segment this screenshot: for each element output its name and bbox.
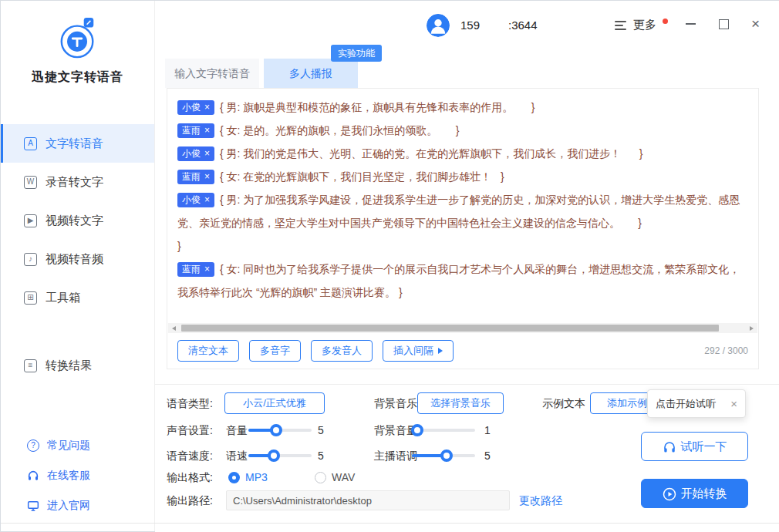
speaker-tag[interactable]: 小俊× <box>177 193 214 207</box>
results-icon: ≡ <box>24 359 37 372</box>
volume-slider[interactable] <box>248 424 312 436</box>
select-background-music-button[interactable]: 选择背景音乐 <box>417 392 504 414</box>
slider-thumb[interactable] <box>270 424 282 436</box>
sidebar-item-toolbox[interactable]: ⊞ 工具箱 <box>1 278 154 317</box>
remove-speaker-icon[interactable]: × <box>204 264 210 274</box>
remove-speaker-icon[interactable]: × <box>204 148 210 159</box>
sidebar-item-online-support[interactable]: 在线客服 <box>1 460 154 490</box>
output-path-input[interactable] <box>226 490 510 510</box>
speaker-tag[interactable]: 蓝雨× <box>177 123 214 138</box>
sidebar-item-video-to-text[interactable]: ▶ 视频转文字 <box>1 201 154 240</box>
polyphonic-button[interactable]: 多音字 <box>249 340 301 362</box>
main-panel: 159 :3644 更多 × 输入文字转语音 多人播报 实验功能 小俊×{ 男:… <box>155 1 779 532</box>
background-volume-slider[interactable] <box>412 424 475 436</box>
slider-thumb[interactable] <box>440 450 453 462</box>
minimize-button[interactable] <box>685 18 696 29</box>
volume-value: 5 <box>318 419 324 441</box>
experimental-feature-badge: 实验功能 <box>331 45 382 62</box>
sidebar-item-audio-to-text[interactable]: W 录音转文字 <box>1 163 154 201</box>
speaker-name: 小俊 <box>182 102 201 113</box>
speaker-tag[interactable]: 小俊× <box>177 100 214 115</box>
dialogue-entry: 小俊×{ 男: 为了加强我系学风建设，促进我系学生进一步了解党的历史，加深对党的… <box>177 188 748 234</box>
wav-radio[interactable] <box>315 472 326 483</box>
speaker-name: 蓝雨 <box>182 264 201 274</box>
speaker-name: 蓝雨 <box>182 125 201 136</box>
dialogue-entry: 小俊×{ 男: 旗帜是典型和模范的象征，旗帜具有先锋和表率的作用。 } <box>177 96 748 119</box>
preview-button[interactable]: 试听一下 <box>641 432 748 461</box>
dialogue-entry: } <box>177 234 748 258</box>
dialogue-entry: 蓝雨×{ 女: 是的。光辉的旗帜，是我们永恒的颂歌。 } <box>177 119 748 142</box>
footer-item-label: 在线客服 <box>47 469 90 483</box>
sidebar-item-text-to-speech[interactable]: A 文字转语音 <box>1 124 154 163</box>
headphones-icon <box>663 440 675 453</box>
convert-button-label: 开始转换 <box>681 487 727 501</box>
tab-multi-speaker-broadcast[interactable]: 多人播报 <box>264 59 358 88</box>
sidebar-item-video-to-audio[interactable]: ♪ 视频转音频 <box>1 240 154 278</box>
insert-pause-button[interactable]: 插入间隔 <box>383 340 454 362</box>
pitch-label: 主播语调 <box>374 445 417 466</box>
slider-thumb[interactable] <box>411 424 423 436</box>
sidebar-item-conversion-results[interactable]: ≡ 转换结果 <box>1 346 154 385</box>
sidebar-item-official-website[interactable]: 进入官网 <box>1 490 154 520</box>
user-avatar[interactable] <box>427 14 450 37</box>
remove-speaker-icon[interactable]: × <box>204 171 210 182</box>
dialogue-text[interactable]: { 女: 同时也为了给我系学子提供一个的展示自我口才艺术与个人风采的舞台，增进思… <box>177 263 740 298</box>
close-button[interactable]: × <box>750 18 761 29</box>
section-divider <box>155 384 779 385</box>
change-path-link[interactable]: 更改路径 <box>519 490 562 510</box>
mp3-option-label[interactable]: MP3 <box>245 467 268 487</box>
audio-to-text-icon: W <box>24 176 37 189</box>
sidebar-item-faq[interactable]: ? 常见问题 <box>1 430 154 460</box>
scrollbar-thumb[interactable] <box>181 325 719 332</box>
sample-text-label: 示例文本 <box>542 392 585 414</box>
dialogue-text[interactable]: { 女: 在党的光辉旗帜下，我们目光坚定，我们脚步雄壮！ } <box>220 170 504 183</box>
video-to-audio-icon: ♪ <box>24 253 37 266</box>
remove-speaker-icon[interactable]: × <box>204 125 210 136</box>
dialogue-editor[interactable]: 小俊×{ 男: 旗帜是典型和模范的象征，旗帜具有先锋和表率的作用。 } 蓝雨×{… <box>167 88 759 369</box>
dialogue-entries[interactable]: 小俊×{ 男: 旗帜是典型和模范的象征，旗帜具有先锋和表率的作用。 } 蓝雨×{… <box>167 89 758 322</box>
footer-item-label: 常见问题 <box>47 439 90 453</box>
speed-slider[interactable] <box>248 450 312 462</box>
speaker-tag[interactable]: 蓝雨× <box>177 262 214 277</box>
tab-input-text-to-speech[interactable]: 输入文字转语音 <box>165 59 259 88</box>
speaker-name: 小俊 <box>182 194 201 205</box>
multi-voice-button[interactable]: 多发音人 <box>311 340 373 362</box>
voice-type-button[interactable]: 小云/正式优雅 <box>224 392 325 414</box>
pitch-slider[interactable] <box>412 450 475 462</box>
menu-lines-icon <box>615 21 627 30</box>
dialogue-text[interactable]: { 男: 我们的党是伟大、光明、正确的党。在党的光辉旗帜下，我们成长，我们进步！… <box>220 147 642 160</box>
dialogue-entry: 蓝雨×{ 女: 在党的光辉旗帜下，我们目光坚定，我们脚步雄壮！ } <box>177 165 748 188</box>
wav-option-label[interactable]: WAV <box>332 467 355 487</box>
remove-speaker-icon[interactable]: × <box>204 102 210 113</box>
account-number-prefix: 159 <box>460 19 480 32</box>
speaker-tag[interactable]: 小俊× <box>177 146 214 161</box>
background-music-label: 背景音乐 <box>374 392 417 414</box>
speaker-name: 蓝雨 <box>182 171 201 182</box>
speed-value: 5 <box>318 445 324 466</box>
window-bottom-edge <box>1 523 779 524</box>
mp3-radio[interactable] <box>228 472 240 483</box>
editor-toolbar: 清空文本 多音字 多发音人 插入间隔 292 / 3000 <box>167 332 758 369</box>
video-to-text-icon: ▶ <box>24 214 37 227</box>
play-circle-icon <box>663 487 675 500</box>
dialogue-text[interactable]: { 女: 是的。光辉的旗帜，是我们永恒的颂歌。 } <box>220 124 459 136</box>
dialogue-entry: 蓝雨×{ 女: 同时也为了给我系学子提供一个的展示自我口才艺术与个人风采的舞台，… <box>177 258 748 304</box>
more-menu-button[interactable]: 更多 <box>615 18 668 32</box>
tooltip-text: 点击开始试听 <box>656 397 716 411</box>
slider-thumb[interactable] <box>268 450 280 462</box>
sidebar-item-label: 文字转语音 <box>46 136 103 151</box>
toolbox-icon: ⊞ <box>24 291 37 305</box>
dialogue-text[interactable]: { 男: 旗帜是典型和模范的象征，旗帜具有先锋和表率的作用。 } <box>220 101 535 113</box>
dialogue-text[interactable]: } <box>177 240 181 252</box>
window-controls: × <box>685 18 761 29</box>
clear-text-button[interactable]: 清空文本 <box>177 340 239 362</box>
start-convert-button[interactable]: 开始转换 <box>641 479 748 508</box>
question-icon: ? <box>27 439 39 452</box>
maximize-button[interactable] <box>717 18 729 29</box>
remove-speaker-icon[interactable]: × <box>204 194 210 205</box>
account-number-suffix: :3644 <box>508 19 538 32</box>
tooltip-close-icon[interactable]: × <box>730 397 737 410</box>
sidebar-nav: A 文字转语音 W 录音转文字 ▶ 视频转文字 ♪ 视频转音频 ⊞ 工具箱 ≡ … <box>1 124 154 385</box>
speaker-tag[interactable]: 蓝雨× <box>177 170 214 184</box>
dialogue-text[interactable]: { 男: 为了加强我系学风建设，促进我系学生进一步了解党的历史，加深对党的认识，… <box>177 194 740 229</box>
